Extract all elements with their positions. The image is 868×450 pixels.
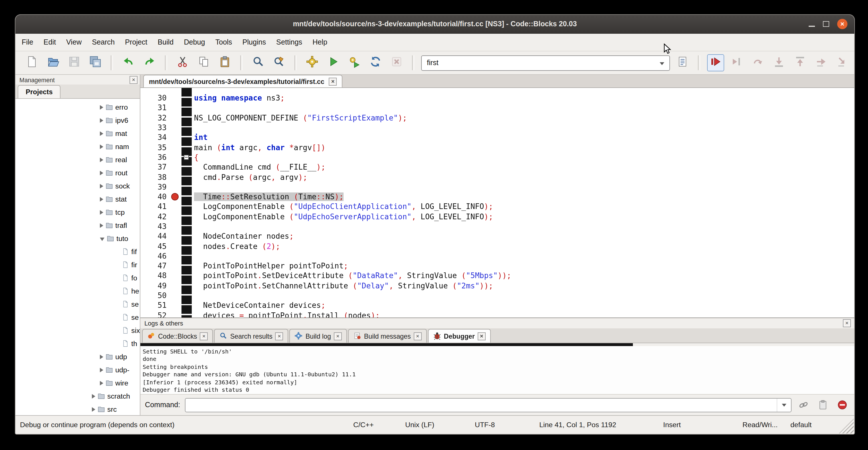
chevron-right-icon[interactable] [100, 157, 103, 162]
chevron-right-icon[interactable] [100, 171, 103, 175]
breakpoint-icon[interactable] [171, 193, 179, 201]
breakpoint-margin[interactable] [169, 271, 182, 281]
breakpoint-margin[interactable] [169, 231, 182, 241]
chevron-right-icon[interactable] [100, 118, 103, 122]
logs-tab-build-messages[interactable]: Build messages× [348, 329, 427, 342]
breakpoint-margin[interactable] [169, 182, 182, 192]
editor-tab[interactable]: mnt/dev/tools/source/ns-3-dev/examples/t… [143, 75, 343, 87]
menu-plugins[interactable]: Plugins [237, 36, 271, 49]
run-to-cursor-button[interactable] [728, 54, 745, 71]
chevron-right-icon[interactable] [100, 105, 103, 109]
menu-build[interactable]: Build [152, 36, 179, 49]
find-button[interactable] [249, 54, 267, 71]
step-into-button[interactable] [770, 54, 787, 71]
code-editor[interactable]: 30using namespace ns3;3132NS_LOG_COMPONE… [141, 88, 854, 318]
line-number[interactable]: 46 [141, 252, 169, 261]
menu-settings[interactable]: Settings [271, 36, 307, 49]
chevron-right-icon[interactable] [100, 210, 103, 214]
step-into-instruction-button[interactable] [834, 54, 851, 71]
menu-debug[interactable]: Debug [179, 36, 210, 49]
tree-item-six[interactable]: six [16, 324, 140, 337]
build-and-run-button[interactable] [346, 54, 363, 71]
rebuild-button[interactable] [367, 54, 384, 71]
build-button[interactable] [304, 54, 321, 71]
tree-item-erro[interactable]: erro [16, 100, 140, 114]
chevron-right-icon[interactable] [92, 407, 95, 412]
logs-tab-debugger[interactable]: Debugger× [428, 329, 491, 342]
line-number[interactable]: 47 [141, 262, 169, 270]
tree-item-fif[interactable]: fif [16, 245, 140, 258]
close-icon[interactable]: × [329, 78, 337, 85]
replace-button[interactable] [271, 54, 288, 71]
close-icon[interactable]: × [843, 319, 851, 327]
line-number[interactable]: 49 [141, 281, 169, 290]
titlebar[interactable]: mnt/dev/tools/source/ns-3-dev/examples/t… [16, 15, 854, 34]
close-button[interactable]: × [837, 19, 847, 29]
menu-search[interactable]: Search [87, 36, 120, 49]
next-instruction-button[interactable] [813, 54, 830, 71]
open-file-button[interactable] [44, 54, 62, 71]
breakpoint-margin[interactable] [169, 300, 182, 310]
next-line-button[interactable] [749, 54, 767, 71]
breakpoint-margin[interactable] [169, 221, 182, 232]
incremental-search-options-button[interactable] [674, 54, 691, 71]
clipboard-button[interactable] [815, 397, 830, 412]
line-number[interactable]: 39 [141, 183, 169, 191]
chevron-right-icon[interactable] [92, 394, 95, 398]
tree-item-wire[interactable]: wire [16, 376, 140, 389]
line-number[interactable]: 34 [141, 133, 169, 142]
menu-help[interactable]: Help [307, 36, 333, 49]
menu-edit[interactable]: Edit [38, 36, 61, 49]
save-all-button[interactable] [87, 54, 104, 71]
link-button[interactable] [796, 397, 811, 412]
close-icon[interactable]: × [275, 332, 283, 340]
menu-tools[interactable]: Tools [210, 36, 238, 49]
breakpoint-margin[interactable] [169, 261, 182, 271]
breakpoint-margin[interactable] [169, 93, 182, 103]
stop-button[interactable] [835, 397, 850, 412]
tree-item-se[interactable]: se [16, 311, 140, 324]
line-number[interactable]: 32 [141, 113, 169, 122]
breakpoint-margin[interactable] [169, 172, 182, 182]
breakpoint-margin[interactable] [169, 152, 182, 162]
tree-item-trafl[interactable]: trafl [16, 219, 140, 232]
line-number[interactable]: 43 [141, 222, 169, 231]
line-number[interactable]: 38 [141, 173, 169, 181]
tree-item-src[interactable]: src [16, 402, 140, 415]
breakpoint-margin[interactable] [169, 132, 182, 143]
debug-continue-button[interactable] [707, 54, 724, 71]
menu-file[interactable]: File [17, 36, 38, 49]
new-file-button[interactable] [23, 54, 40, 71]
breakpoint-margin[interactable] [169, 291, 182, 301]
line-number[interactable]: 52 [141, 311, 169, 318]
breakpoint-margin[interactable] [169, 310, 182, 318]
line-number[interactable]: 31 [141, 103, 169, 112]
line-number[interactable]: 44 [141, 232, 169, 241]
breakpoint-margin[interactable] [169, 212, 182, 221]
breakpoint-margin[interactable] [169, 251, 182, 261]
tree-item-fir[interactable]: fir [16, 258, 140, 271]
line-number[interactable]: 35 [141, 143, 169, 152]
paste-button[interactable] [216, 54, 234, 71]
breakpoint-margin[interactable] [169, 241, 182, 251]
breakpoint-margin[interactable] [169, 202, 182, 212]
chevron-right-icon[interactable] [100, 223, 103, 228]
chevron-right-icon[interactable] [100, 144, 103, 149]
fold-collapse-icon[interactable] [184, 155, 189, 160]
menu-project[interactable]: Project [120, 36, 152, 49]
tree-item-he[interactable]: he [16, 284, 140, 298]
chevron-right-icon[interactable] [100, 131, 103, 136]
tree-item-udp[interactable]: udp [16, 350, 140, 363]
tree-item-se[interactable]: se [16, 298, 140, 311]
line-number[interactable]: 30 [141, 94, 169, 102]
tree-item-scratch[interactable]: scratch [16, 389, 140, 402]
breakpoint-margin[interactable] [169, 123, 182, 133]
close-icon[interactable]: × [334, 332, 342, 340]
minimize-button[interactable] [809, 22, 815, 27]
chevron-right-icon[interactable] [100, 367, 103, 372]
tree-item-fo[interactable]: fo [16, 271, 140, 284]
command-dropdown-button[interactable] [777, 398, 791, 412]
close-icon[interactable]: × [414, 332, 422, 340]
breakpoint-margin[interactable] [169, 192, 182, 202]
maximize-button[interactable] [823, 21, 829, 27]
